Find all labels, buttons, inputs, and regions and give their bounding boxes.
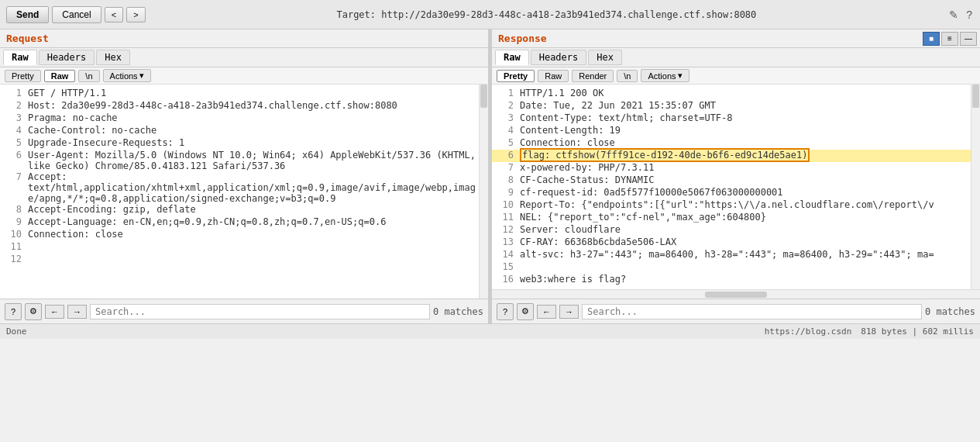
table-row: 15 — [492, 261, 971, 274]
response-scroll-thumb — [972, 85, 979, 108]
table-row: 7Accept:text/html,application/xhtml+xml,… — [0, 171, 479, 204]
table-row: 8CF-Cache-Status: DYNAMIC — [492, 174, 971, 187]
response-panel-title: Response — [492, 29, 920, 47]
view-mode-list-btn[interactable]: ≡ — [941, 32, 958, 46]
target-url: Target: http://2da30e99-28d3-448c-a418-2… — [149, 9, 945, 20]
request-search-next-button[interactable]: → — [67, 305, 87, 319]
nav-back-button[interactable]: < — [105, 7, 123, 22]
table-row: 3Pragma: no-cache — [0, 112, 479, 125]
response-search-input[interactable] — [582, 304, 922, 319]
request-tab-row: Raw Headers Hex — [0, 48, 488, 67]
send-button[interactable]: Send — [6, 6, 49, 23]
request-actions-chevron: ▾ — [139, 71, 144, 81]
top-toolbar: Send Cancel < > Target: http://2da30e99-… — [0, 0, 980, 29]
request-search-bar: ? ⚙ ← → 0 matches — [0, 299, 488, 323]
table-row: 6User-Agent: Mozilla/5.0 (Windows NT 10.… — [0, 150, 479, 171]
request-tab-headers[interactable]: Headers — [39, 50, 95, 65]
response-tab-headers[interactable]: Headers — [531, 50, 587, 65]
request-scroll-indicator[interactable] — [479, 85, 488, 299]
response-tab-row: Raw Headers Hex — [492, 48, 980, 67]
request-fmt-pretty[interactable]: Pretty — [5, 70, 41, 82]
request-matches-label: 0 matches — [433, 306, 483, 317]
table-row: 4Cache-Control: no-cache — [0, 125, 479, 137]
response-format-row: Pretty Raw Render \n Actions ▾ — [492, 67, 980, 85]
response-help-icon-button[interactable]: ? — [497, 303, 514, 320]
table-row: 11 — [0, 241, 479, 254]
request-actions-label: Actions — [110, 71, 138, 81]
request-help-icon-button[interactable]: ? — [5, 303, 22, 320]
response-code-scroll[interactable]: 1HTTP/1.1 200 OK 2Date: Tue, 22 Jun 2021… — [492, 85, 971, 289]
flag-highlight: flag: ctfshow(7fff91ce-d192-40de-b6f6-ed… — [520, 148, 810, 162]
response-tab-raw[interactable]: Raw — [495, 50, 529, 65]
request-content-area: 1GET / HTTP/1.1 2Host: 2da30e99-28d3-448… — [0, 85, 488, 299]
response-fmt-pretty[interactable]: Pretty — [497, 70, 535, 82]
table-row: 2Host: 2da30e99-28d3-448c-a418-2a3b941ed… — [0, 100, 479, 112]
status-size-label: 818 bytes | 602 millis — [861, 326, 974, 337]
request-fmt-raw[interactable]: Raw — [44, 70, 76, 82]
table-row: 12Server: cloudflare — [492, 224, 971, 237]
table-row-highlighted: 6flag: ctfshow(7fff91ce-d192-40de-b6f6-e… — [492, 150, 971, 162]
table-row: 11NEL: {"report_to":"cf-nel","max_age":6… — [492, 212, 971, 224]
table-row: 9cf-request-id: 0ad5f577f10000e5067f0630… — [492, 187, 971, 199]
request-actions-button[interactable]: Actions ▾ — [103, 69, 151, 82]
response-search-prev-button[interactable]: ← — [537, 305, 556, 319]
table-row: 7x-powered-by: PHP/7.3.11 — [492, 162, 971, 174]
table-row: 8Accept-Encoding: gzip, deflate — [0, 204, 479, 216]
help-icon-button[interactable]: ? — [965, 7, 974, 22]
status-done-label: Done — [6, 326, 27, 337]
table-row: 1GET / HTTP/1.1 — [0, 88, 479, 100]
app-container: Send Cancel < > Target: http://2da30e99-… — [0, 0, 980, 339]
request-format-row: Pretty Raw \n Actions ▾ — [0, 67, 488, 85]
table-row: 3Content-Type: text/html; charset=UTF-8 — [492, 112, 971, 125]
response-gear-icon-button[interactable]: ⚙ — [517, 303, 534, 320]
request-scroll-thumb — [480, 85, 487, 108]
table-row: 14alt-svc: h3-27=":443"; ma=86400, h3-28… — [492, 249, 971, 261]
response-header-row: Response ■ ≡ — — [492, 29, 980, 48]
table-row: 16web3:where is flag? — [492, 274, 971, 286]
nav-fwd-button[interactable]: > — [126, 7, 145, 22]
response-tab-hex[interactable]: Hex — [588, 50, 622, 65]
response-scroll-indicator[interactable] — [971, 85, 980, 289]
response-hscroll-thumb — [705, 292, 767, 298]
table-row: 10Report-To: {"endpoints":[{"url":"https… — [492, 199, 971, 212]
response-content-area: 1HTTP/1.1 200 OK 2Date: Tue, 22 Jun 2021… — [492, 85, 980, 289]
request-tab-raw[interactable]: Raw — [3, 50, 37, 65]
status-url: https://blog.csdn — [765, 326, 852, 337]
table-row: 1HTTP/1.1 200 OK — [492, 88, 971, 100]
request-gear-icon-button[interactable]: ⚙ — [25, 303, 42, 320]
response-actions-label: Actions — [648, 71, 676, 81]
response-hscroll[interactable] — [492, 289, 980, 299]
request-search-input[interactable] — [90, 304, 430, 319]
response-fmt-newline[interactable]: \n — [617, 70, 638, 82]
table-row: 2Date: Tue, 22 Jun 2021 15:35:07 GMT — [492, 100, 971, 112]
response-fmt-raw[interactable]: Raw — [538, 70, 569, 82]
request-panel-title: Request — [0, 29, 488, 48]
table-row: 10Connection: close — [0, 229, 479, 241]
response-code-lines: 1HTTP/1.1 200 OK 2Date: Tue, 22 Jun 2021… — [492, 85, 971, 289]
status-right: https://blog.csdn 818 bytes | 602 millis — [765, 326, 974, 337]
view-mode-split-btn[interactable]: ■ — [923, 32, 940, 46]
toolbar-icon-group: ✎ ? — [947, 7, 974, 22]
response-search-next-button[interactable]: → — [559, 305, 579, 319]
edit-icon-button[interactable]: ✎ — [947, 7, 960, 22]
table-row: 4Content-Length: 19 — [492, 125, 971, 137]
response-actions-button[interactable]: Actions ▾ — [641, 69, 689, 82]
response-matches-label: 0 matches — [925, 306, 975, 317]
view-mode-single-btn[interactable]: — — [960, 32, 977, 46]
response-search-bar: ? ⚙ ← → 0 matches — [492, 299, 980, 323]
request-panel: Request Raw Headers Hex Pretty Raw \n Ac… — [0, 29, 489, 323]
response-panel: Response ■ ≡ — Raw Headers Hex Pretty Ra… — [492, 29, 980, 323]
table-row: 13CF-RAY: 66368b6cbda5e506-LAX — [492, 237, 971, 249]
main-area: Request Raw Headers Hex Pretty Raw \n Ac… — [0, 29, 980, 323]
request-code-lines: 1GET / HTTP/1.1 2Host: 2da30e99-28d3-448… — [0, 85, 479, 269]
response-actions-chevron: ▾ — [678, 71, 683, 81]
view-mode-buttons: ■ ≡ — — [920, 30, 980, 47]
table-row: 9Accept-Language: en-CN,en;q=0.9,zh-CN;q… — [0, 216, 479, 229]
request-tab-hex[interactable]: Hex — [96, 50, 130, 65]
request-search-prev-button[interactable]: ← — [45, 305, 64, 319]
request-fmt-newline[interactable]: \n — [78, 70, 99, 82]
table-row: 12 — [0, 254, 479, 266]
request-code-scroll[interactable]: 1GET / HTTP/1.1 2Host: 2da30e99-28d3-448… — [0, 85, 479, 299]
cancel-button[interactable]: Cancel — [52, 6, 101, 23]
response-fmt-render[interactable]: Render — [572, 70, 614, 82]
